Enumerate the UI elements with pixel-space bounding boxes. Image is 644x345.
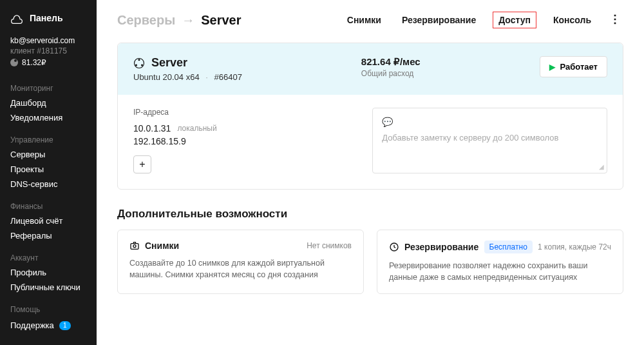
brand-title: Панель (30, 13, 63, 23)
nav-title: Помощь (0, 302, 97, 317)
balance-amount: 81.32₽ (22, 58, 46, 67)
nav-management: Управление Серверы Проекты DNS-сервис (0, 126, 97, 193)
state-label: Работает (560, 62, 598, 72)
more-menu-icon[interactable]: ⋯ (609, 12, 623, 28)
page-title: Server (201, 13, 241, 28)
extras-row: Снимки Нет снимков Создавайте до 10 сним… (117, 230, 623, 294)
ip-section: IP-адреса 10.0.1.31 локальный 192.168.15… (133, 108, 346, 173)
state-button[interactable]: ▶ Работает (540, 56, 607, 77)
breadcrumb: Серверы → Server (117, 13, 242, 28)
sidebar-item-balance[interactable]: Лицевой счёт (0, 213, 97, 228)
sidebar: Панель kb@serveroid.com клиент #181175 8… (0, 0, 97, 345)
tab-console[interactable]: Консоль (549, 12, 595, 28)
svg-point-1 (138, 59, 140, 61)
play-icon: ▶ (549, 63, 555, 72)
clock-icon (389, 242, 399, 252)
sidebar-item-servers[interactable]: Серверы (0, 147, 97, 162)
ubuntu-icon (133, 57, 145, 69)
sidebar-item-referrals[interactable]: Рефералы (0, 228, 97, 243)
extra-name: Снимки (145, 241, 179, 251)
server-name: Server (151, 56, 187, 70)
extra-snapshots[interactable]: Снимки Нет снимков Создавайте до 10 сним… (117, 230, 364, 294)
nav-help: Помощь Поддержка 1 (0, 296, 97, 334)
crumb-root[interactable]: Серверы (117, 13, 175, 28)
support-badge: 1 (59, 321, 71, 330)
sidebar-item-support[interactable]: Поддержка 1 (0, 318, 97, 333)
user-block: kb@serveroid.com клиент #181175 81.32₽ (0, 32, 97, 75)
server-id: #66407 (214, 72, 242, 82)
svg-rect-4 (131, 244, 138, 250)
free-badge: Бесплатно (484, 241, 533, 253)
brand[interactable]: Панель (0, 12, 97, 32)
nav-title: Мониторинг (0, 81, 97, 95)
cost-price: 821.64 ₽/мес (361, 56, 421, 68)
note-placeholder: Добавьте заметку к серверу до 200 символ… (382, 133, 598, 143)
extra-meta: Нет снимков (307, 241, 352, 250)
nav-title: Финансы (0, 199, 97, 213)
sidebar-item-dashboard[interactable]: Дашборд (0, 95, 97, 110)
header-tabs: Снимки Резервирование Доступ Консоль ⋯ (343, 12, 623, 28)
camera-icon (129, 241, 140, 251)
tab-backup[interactable]: Резервирование (398, 12, 480, 28)
chat-icon: 💬 (382, 117, 393, 127)
svg-point-5 (133, 245, 136, 248)
ip-tag: локальный (177, 124, 216, 133)
ip-row: 10.0.1.31 локальный (133, 123, 346, 133)
balance[interactable]: 81.32₽ (10, 58, 86, 67)
svg-point-3 (141, 64, 143, 66)
sidebar-item-notifications[interactable]: Уведомления (0, 110, 97, 125)
ip-address[interactable]: 192.168.15.9 (133, 136, 186, 146)
header: Серверы → Server Снимки Резервирование Д… (117, 12, 623, 28)
extra-name: Резервирование (404, 242, 478, 252)
coin-icon (10, 59, 18, 66)
ip-row: 192.168.15.9 (133, 136, 346, 146)
svg-point-2 (135, 64, 137, 66)
logo-icon (10, 12, 23, 25)
extras-title: Дополнительные возможности (117, 208, 623, 221)
extra-backup[interactable]: Резервирование Бесплатно 1 копия, каждые… (377, 230, 623, 294)
server-meta: Ubuntu 20.04 x64 · #66407 (133, 72, 242, 82)
add-ip-button[interactable]: + (133, 155, 151, 173)
server-cost: 821.64 ₽/мес Общий расход (361, 56, 421, 78)
server-card-header: Server Ubuntu 20.04 x64 · #66407 821.64 … (118, 43, 623, 95)
main-content: Серверы → Server Снимки Резервирование Д… (97, 0, 644, 345)
nav-monitoring: Мониторинг Дашборд Уведомления (0, 75, 97, 126)
sidebar-item-public-keys[interactable]: Публичные ключи (0, 280, 97, 295)
nav-account: Аккаунт Профиль Публичные ключи (0, 244, 97, 296)
sidebar-item-projects[interactable]: Проекты (0, 162, 97, 177)
server-card: Server Ubuntu 20.04 x64 · #66407 821.64 … (117, 43, 623, 190)
server-info: Server Ubuntu 20.04 x64 · #66407 (133, 56, 242, 82)
extra-desc: Резервирование позволяет надежно сохрани… (389, 260, 611, 283)
arrow-icon: → (182, 13, 194, 28)
extra-meta: 1 копия, каждые 72ч (538, 242, 611, 251)
tab-snapshots[interactable]: Снимки (343, 12, 385, 28)
user-email[interactable]: kb@serveroid.com (10, 36, 86, 45)
resize-handle-icon[interactable]: ◢ (599, 163, 604, 170)
server-card-body: IP-адреса 10.0.1.31 локальный 192.168.15… (133, 108, 607, 173)
ip-address[interactable]: 10.0.1.31 (133, 123, 171, 133)
tab-access[interactable]: Доступ (493, 12, 536, 28)
extra-desc: Создавайте до 10 снимков для каждой вирт… (129, 257, 352, 281)
cost-sub: Общий расход (361, 69, 421, 78)
ip-title: IP-адреса (133, 108, 346, 117)
nav-title: Аккаунт (0, 251, 97, 265)
server-name-row: Server (133, 56, 242, 70)
nav-finance: Финансы Лицевой счёт Рефералы (0, 193, 97, 244)
sidebar-item-label: Поддержка (10, 320, 54, 330)
nav-title: Управление (0, 133, 97, 147)
sidebar-item-profile[interactable]: Профиль (0, 265, 97, 280)
sidebar-item-dns[interactable]: DNS-сервис (0, 177, 97, 192)
client-id: клиент #181175 (10, 46, 86, 55)
server-os: Ubuntu 20.04 x64 (133, 72, 200, 82)
note-input[interactable]: 💬 Добавьте заметку к серверу до 200 симв… (372, 108, 607, 173)
